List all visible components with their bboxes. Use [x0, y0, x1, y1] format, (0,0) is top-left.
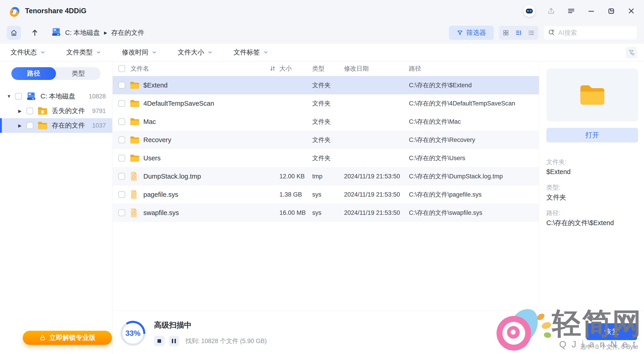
row-checkbox[interactable]	[118, 82, 125, 89]
sidebar-tab-label: 类型	[72, 69, 85, 78]
tree-caret-icon[interactable]: ▼	[7, 94, 15, 99]
table-row[interactable]: swapfile.sys 16.00 MB sys 2024/11/19 21:…	[113, 204, 539, 222]
column-header-size[interactable]: 大小	[280, 65, 312, 73]
preview-details: 文件夹: $Extend 类型: 文件夹 路径: C:\存在的文件\$Exten…	[546, 157, 638, 228]
sidebar-tab[interactable]: 路径	[12, 67, 56, 80]
breadcrumb-drive[interactable]: C: 本地磁盘	[65, 28, 100, 37]
stop-icon	[158, 339, 161, 343]
share-icon[interactable]	[547, 7, 555, 15]
file-table: 文件名 大小 类型 修改日期 路径	[113, 61, 539, 310]
table-row[interactable]: Recovery 文件夹 C:\存在的文件\Recovery	[113, 131, 539, 149]
row-file-icon	[130, 190, 143, 199]
breadcrumb-current[interactable]: 存在的文件	[111, 28, 144, 37]
cell-file-type: 文件夹	[312, 118, 344, 126]
stop-scan-button[interactable]	[154, 336, 164, 346]
table-row[interactable]: DumpStack.log.tmp 12.00 KB tmp 2024/11/1…	[113, 167, 539, 185]
sort-icon[interactable]	[269, 65, 276, 72]
chevron-down-icon	[96, 50, 101, 55]
cell-file-path: C:\存在的文件\swapfile.sys	[409, 209, 539, 217]
filter-dropdown[interactable]: 文件标签	[234, 48, 268, 57]
tree-caret-icon[interactable]: ▶	[18, 108, 26, 114]
lock-icon	[39, 335, 46, 341]
preview-field-label: 类型:	[546, 183, 638, 192]
open-button[interactable]: 打开	[546, 128, 638, 142]
tree-caret-icon[interactable]: ▶	[18, 123, 26, 128]
cell-file-size: 1.38 GB	[280, 191, 312, 198]
chevron-down-icon	[263, 50, 268, 55]
table-row[interactable]: 4DefaultTempSaveScan 文件夹 C:\存在的文件\4Defau…	[113, 94, 539, 113]
restore-icon[interactable]	[607, 7, 615, 15]
row-checkbox[interactable]	[118, 136, 125, 143]
sidebar-tree-item[interactable]: ▼ C: 本地磁盘 10828	[0, 89, 112, 104]
title-bar: Tenorshare 4DDiG	[0, 0, 644, 22]
view-mode-toggle	[499, 26, 538, 40]
sidebar-tab[interactable]: 类型	[56, 67, 100, 80]
cell-file-name: pagefile.sys	[143, 191, 280, 198]
filter-dropdown[interactable]: 修改时间	[122, 48, 157, 57]
filter-dropdown-label: 文件标签	[234, 48, 260, 57]
menu-icon[interactable]	[567, 7, 575, 15]
column-header-name[interactable]: 文件名	[130, 65, 149, 73]
row-checkbox[interactable]	[118, 173, 125, 180]
breadcrumb[interactable]: C: 本地磁盘 ▶ 存在的文件	[52, 28, 144, 38]
column-header-type[interactable]: 类型	[312, 65, 344, 73]
filter-dropdown[interactable]: 文件类型	[66, 48, 101, 57]
table-row[interactable]: pagefile.sys 1.38 GB sys 2024/11/19 21:5…	[113, 185, 539, 204]
detail-list-view-icon[interactable]	[515, 29, 522, 36]
row-file-icon	[130, 118, 143, 126]
table-row[interactable]: Users 文件夹 C:\存在的文件\Users	[113, 149, 539, 167]
filter-bar: 文件状态 文件类型 修改时间 文件大小 文件标签	[0, 44, 644, 61]
filter-dropdown[interactable]: 文件大小	[178, 48, 212, 57]
up-arrow-button[interactable]	[31, 29, 39, 37]
column-header-path[interactable]: 路径	[409, 65, 539, 73]
sidebar-tree-item[interactable]: ▶ 丢失的文件 9791	[0, 104, 112, 118]
grid-view-icon[interactable]	[502, 29, 509, 36]
unlock-pro-button[interactable]: 立即解锁专业版	[23, 331, 112, 345]
minimize-icon[interactable]	[587, 7, 595, 15]
cell-file-type: 文件夹	[312, 154, 344, 162]
tree-checkbox[interactable]	[26, 122, 33, 129]
ai-search-box[interactable]: AI	[544, 26, 637, 40]
recover-button[interactable]: 恢复	[586, 323, 637, 340]
preview-field: 类型: 文件夹	[546, 183, 638, 202]
app-logo-icon	[9, 5, 20, 17]
chevron-down-icon	[208, 50, 212, 55]
list-view-icon[interactable]	[528, 29, 535, 36]
table-row[interactable]: Mac 文件夹 C:\存在的文件\Mac	[113, 113, 539, 131]
tree-checkbox[interactable]	[15, 93, 22, 100]
tree-checkbox[interactable]	[26, 108, 33, 114]
tree-item-label: 存在的文件	[52, 121, 85, 130]
select-all-checkbox[interactable]	[118, 65, 125, 72]
table-row[interactable]: $Extend 文件夹 C:\存在的文件\$Extend	[113, 76, 539, 94]
tree-item-icon	[26, 92, 36, 101]
sidebar-tree-item[interactable]: ▶ 存在的文件 1037	[0, 118, 112, 133]
chevron-down-icon	[40, 50, 45, 55]
svg-text:AI: AI	[552, 29, 554, 32]
close-icon[interactable]	[627, 7, 635, 15]
filter-settings-icon[interactable]	[626, 47, 637, 58]
pause-scan-button[interactable]	[168, 336, 179, 346]
scan-progress-ring: 33%	[118, 319, 147, 348]
filter-dropdown-label: 文件状态	[10, 48, 37, 57]
cell-file-type: sys	[312, 209, 344, 216]
filter-button[interactable]: 筛选器	[449, 26, 494, 40]
assistant-robot-icon[interactable]	[524, 5, 535, 17]
cell-file-name: $Extend	[143, 82, 280, 89]
home-button[interactable]	[7, 26, 21, 40]
ai-search-input[interactable]	[558, 29, 633, 37]
row-checkbox[interactable]	[118, 118, 125, 125]
row-checkbox[interactable]	[118, 191, 125, 198]
preview-field: 文件夹: $Extend	[546, 157, 638, 177]
table-header: 文件名 大小 类型 修改日期 路径	[113, 61, 539, 76]
row-checkbox[interactable]	[118, 209, 125, 216]
chevron-down-icon	[152, 50, 157, 55]
filter-dropdown[interactable]: 文件状态	[10, 48, 45, 57]
tree-item-icon	[37, 121, 48, 130]
row-checkbox[interactable]	[118, 100, 125, 107]
sidebar-tab-label: 路径	[27, 69, 40, 78]
sidebar: 路径 类型 ▼ C: 本地	[0, 61, 112, 354]
row-checkbox[interactable]	[118, 155, 125, 162]
column-header-date[interactable]: 修改日期	[344, 65, 409, 73]
preview-field-value: 文件夹	[546, 192, 638, 202]
cell-file-path: C:\存在的文件\pagefile.sys	[409, 190, 539, 199]
